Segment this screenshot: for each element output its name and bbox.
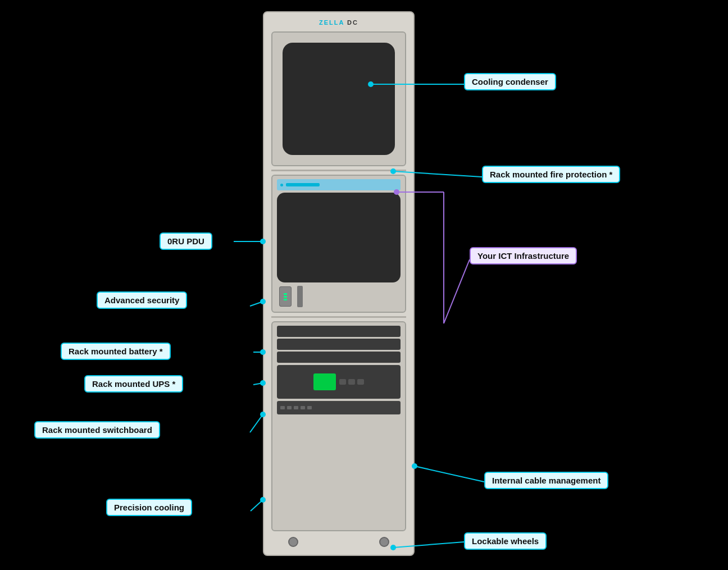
rack-footer: [271, 537, 406, 547]
ups-display: [313, 373, 336, 390]
brand-name: ZELLA: [319, 19, 344, 26]
control-dot: [280, 184, 283, 186]
rack-mid-section: [271, 175, 406, 313]
sw-port-3: [294, 406, 298, 409]
security-led-1: [284, 293, 287, 295]
battery-row-3: [277, 352, 401, 363]
battery-row-2: [277, 339, 401, 350]
diagram-container: ZELLA DC: [0, 0, 728, 570]
svg-line-10: [415, 466, 484, 482]
rack-bot-section: [271, 321, 406, 531]
sw-port-5: [307, 406, 312, 409]
ups-conn-1: [339, 379, 346, 385]
door-strip: [297, 286, 303, 307]
security-box: [279, 286, 292, 307]
svg-line-8: [253, 383, 263, 385]
label-fire-protection: Rack mounted fire protection *: [482, 166, 620, 183]
ups-connectors: [339, 379, 364, 385]
wheel-right: [379, 537, 389, 547]
cooling-panel: [283, 43, 395, 155]
rack-cabinet: ZELLA DC: [263, 11, 415, 556]
label-ict-infrastructure: Your ICT Infrastructure: [470, 247, 577, 265]
svg-line-9: [250, 414, 263, 432]
rack-top-section: [271, 31, 406, 166]
label-rack-switchboard: Rack mounted switchboard: [34, 421, 160, 439]
security-led-3: [284, 299, 287, 300]
sw-port-2: [287, 406, 292, 409]
rack-divider-2: [271, 316, 406, 318]
svg-line-11: [251, 500, 263, 511]
svg-line-6: [250, 302, 263, 306]
label-cable-management: Internal cable management: [484, 472, 608, 489]
security-led-2: [284, 296, 287, 298]
label-rack-battery: Rack mounted battery *: [61, 343, 171, 360]
ict-panel: [277, 193, 401, 282]
wheel-left: [288, 537, 298, 547]
ups-conn-3: [357, 379, 364, 385]
security-module: [277, 285, 401, 308]
label-advanced-security: Advanced security: [97, 291, 187, 309]
battery-rows: [277, 326, 401, 363]
control-bar-fill: [286, 183, 320, 186]
label-cooling-condenser: Cooling condenser: [464, 73, 556, 90]
label-oru-pdu: 0RU PDU: [160, 232, 212, 250]
sw-port-1: [280, 406, 285, 409]
rack-control-bar: [277, 179, 401, 190]
brand-suffix: DC: [347, 19, 358, 26]
label-lockable-wheels: Lockable wheels: [464, 532, 547, 550]
battery-row-1: [277, 326, 401, 337]
ups-conn-2: [348, 379, 355, 385]
switchboard: [277, 401, 401, 414]
label-rack-ups: Rack mounted UPS *: [84, 375, 183, 393]
rack-logo: ZELLA DC: [270, 18, 408, 28]
rack-divider-1: [271, 170, 406, 171]
label-precision-cooling: Precision cooling: [106, 499, 192, 516]
ups-unit: [277, 365, 401, 399]
svg-line-4: [444, 259, 470, 323]
sw-port-4: [301, 406, 305, 409]
